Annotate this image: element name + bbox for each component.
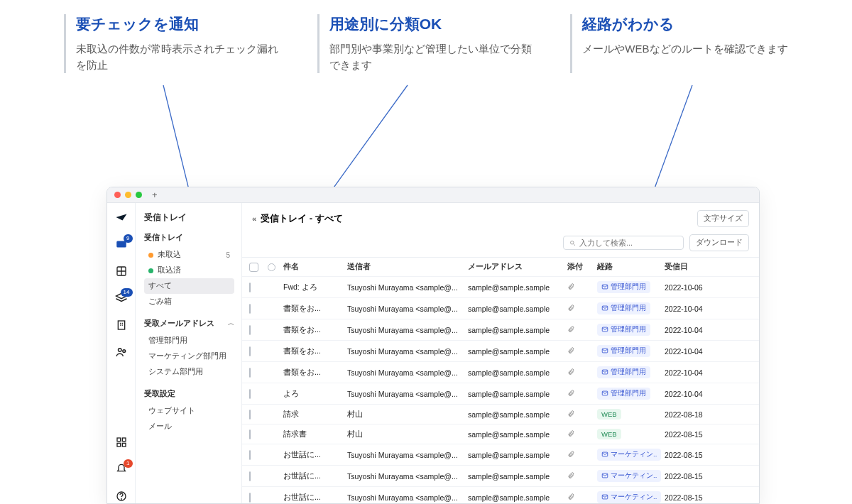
search-input[interactable] [563, 236, 684, 250]
grid-icon[interactable] [114, 264, 129, 278]
route-chip: マーケティン.. [597, 449, 661, 461]
sidebar-item-label: 取込済 [158, 265, 181, 275]
paperclip-icon [567, 493, 574, 500]
col-date[interactable]: 受信日 [665, 262, 721, 272]
table-row[interactable]: お世話に...Tsuyoshi Murayama <sample@...samp… [242, 487, 759, 503]
side-panel: 受信トレイ 受信トレイ 未取込 5 取込済 すべて ごみ箱 受取メールアドレス … [136, 203, 242, 503]
row-checkbox[interactable] [249, 304, 251, 314]
stack-icon[interactable]: 14 [114, 291, 129, 305]
traffic-light-min[interactable] [125, 192, 131, 198]
cell-sender: Tsuyoshi Murayama <sample@... [347, 390, 468, 398]
sidebar-item-address[interactable]: 管理部門用 [144, 333, 234, 349]
addr-section-header[interactable]: 受取メールアドレス ︿ [144, 318, 234, 329]
col-sender[interactable]: 送信者 [347, 262, 468, 272]
svg-point-20 [121, 499, 121, 500]
svg-rect-18 [122, 443, 126, 447]
table-row[interactable]: お世話に...Tsuyoshi Murayama <sample@...samp… [242, 444, 759, 466]
row-checkbox[interactable] [249, 325, 251, 335]
chevron-up-icon: ︿ [228, 319, 234, 328]
table-row[interactable]: Fwd: よろTsuyoshi Murayama <sample@...samp… [242, 277, 759, 298]
new-tab-icon[interactable]: + [152, 190, 158, 200]
inbox-table: 件名 送信者 メールアドレス 添付 経路 受信日 Fwd: よろTsuyoshi… [242, 257, 759, 503]
row-checkbox[interactable] [249, 368, 251, 378]
table-row[interactable]: 書類をお...Tsuyoshi Murayama <sample@...samp… [242, 298, 759, 319]
table-header: 件名 送信者 メールアドレス 添付 経路 受信日 [242, 258, 759, 277]
row-checkbox[interactable] [249, 389, 251, 399]
sidebar-item-address[interactable]: マーケティング部門用 [144, 349, 234, 364]
cell-subject: 書類をお... [283, 304, 347, 314]
paperclip-icon [567, 305, 574, 312]
col-route[interactable]: 経路 [597, 262, 665, 272]
row-checkbox[interactable] [249, 493, 251, 503]
paperclip-icon [567, 326, 574, 333]
paperclip-icon [567, 283, 574, 290]
sidebar-item-recv[interactable]: メール [144, 419, 234, 434]
cell-route: 管理部門用 [597, 302, 665, 314]
traffic-light-close[interactable] [114, 192, 121, 198]
sidebar-item-address[interactable]: システム部門用 [144, 364, 234, 380]
table-row[interactable]: 書類をお...Tsuyoshi Murayama <sample@...samp… [242, 341, 759, 362]
paperclip-icon [567, 347, 574, 354]
font-size-button[interactable]: 文字サイズ [697, 210, 749, 227]
paperclip-icon [567, 451, 574, 458]
row-checkbox[interactable] [249, 471, 251, 481]
cell-route: WEB [597, 429, 665, 439]
nav-rail: 9 14 1 [107, 203, 136, 503]
table-row[interactable]: よろTsuyoshi Murayama <sample@...sample@sa… [242, 383, 759, 405]
callout-title: 経路がわかる [582, 14, 795, 34]
callout-title: 要チェックを通知 [76, 14, 289, 34]
sidebar-item-recv[interactable]: ウェブサイト [144, 403, 234, 419]
select-all-checkbox[interactable] [249, 263, 258, 272]
row-checkbox[interactable] [249, 283, 251, 292]
download-button[interactable]: ダウンロード [689, 234, 749, 251]
recv-section-header: 受取設定 [144, 388, 234, 399]
cell-date: 2022-08-15 [665, 493, 721, 502]
cell-date: 2022-08-15 [665, 472, 721, 481]
cell-subject: 請求 [283, 410, 347, 420]
cell-sender: Tsuyoshi Murayama <sample@... [347, 493, 468, 502]
cell-route: 管理部門用 [597, 324, 665, 336]
cell-attach [567, 368, 597, 377]
cell-attach [567, 283, 597, 292]
cell-date: 2022-08-15 [665, 430, 721, 439]
svg-rect-16 [122, 438, 126, 442]
row-checkbox[interactable] [249, 429, 251, 439]
inbox-icon[interactable]: 9 [114, 237, 129, 251]
bell-badge: 1 [124, 459, 132, 468]
status-header-icon [268, 263, 275, 271]
sidebar-item-imported[interactable]: 取込済 [144, 263, 234, 278]
table-row[interactable]: 書類をお...Tsuyoshi Murayama <sample@...samp… [242, 319, 759, 341]
users-icon[interactable] [114, 345, 129, 359]
collapse-icon[interactable]: « [252, 214, 256, 223]
table-row[interactable]: 請求村山sample@sample.sampleWEB2022-08-18 [242, 405, 759, 424]
col-email[interactable]: メールアドレス [468, 262, 567, 272]
table-row[interactable]: 書類をお...Tsuyoshi Murayama <sample@...samp… [242, 362, 759, 383]
route-chip: 管理部門用 [597, 366, 650, 378]
search-field[interactable] [579, 239, 677, 247]
sidebar-item-unimported[interactable]: 未取込 5 [144, 247, 234, 263]
stack-badge: 14 [121, 288, 133, 297]
traffic-light-max[interactable] [136, 192, 142, 198]
help-icon[interactable] [114, 489, 129, 503]
svg-point-21 [571, 241, 574, 244]
cell-date: 2022-10-06 [665, 283, 721, 292]
col-attach[interactable]: 添付 [567, 262, 597, 272]
row-checkbox[interactable] [249, 410, 251, 420]
table-row[interactable]: お世話に...Tsuyoshi Murayama <sample@...samp… [242, 466, 759, 487]
cell-date: 2022-10-04 [665, 390, 721, 398]
col-subject[interactable]: 件名 [283, 262, 347, 272]
callout-desc: 未取込の件数が常時表示されチェック漏れを防止 [76, 41, 289, 73]
sidebar-item-trash[interactable]: ごみ箱 [144, 294, 234, 309]
table-row[interactable]: 請求書村山sample@sample.sampleWEB2022-08-15 [242, 424, 759, 444]
bell-icon[interactable]: 1 [114, 462, 129, 476]
row-checkbox[interactable] [249, 346, 251, 356]
building-icon[interactable] [114, 318, 129, 332]
sidebar-item-all[interactable]: すべて [144, 278, 234, 294]
search-icon [569, 239, 576, 247]
mail-icon [601, 283, 608, 292]
svg-rect-8 [118, 321, 124, 329]
apps-icon[interactable] [114, 435, 129, 449]
row-checkbox[interactable] [249, 450, 251, 460]
cell-date: 2022-08-15 [665, 451, 721, 459]
mail-icon [601, 305, 608, 313]
